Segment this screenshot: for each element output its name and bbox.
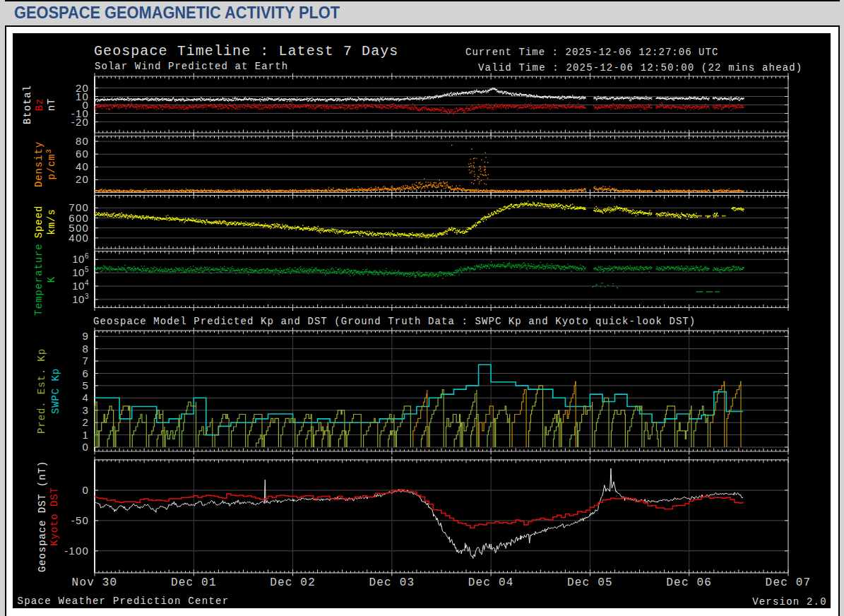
svg-text:Space Weather Prediction Cente: Space Weather Prediction Center: [18, 596, 230, 607]
svg-text:80: 80: [76, 135, 89, 147]
svg-text:1: 1: [82, 429, 89, 441]
svg-text:Geospace Timeline : Latest 7 D: Geospace Timeline : Latest 7 Days: [94, 43, 398, 59]
svg-text:Btotal: Btotal: [22, 85, 33, 124]
svg-text:Dec 02: Dec 02: [270, 576, 316, 589]
svg-text:Valid Time : 2025-12-06 12:50:: Valid Time : 2025-12-06 12:50:00 (22 min…: [478, 62, 802, 73]
svg-text:4: 4: [82, 391, 89, 403]
svg-text:6: 6: [82, 367, 89, 379]
svg-text:400: 400: [69, 232, 89, 244]
svg-text:20: 20: [76, 173, 89, 185]
svg-text:Dec 07: Dec 07: [766, 576, 812, 589]
svg-text:-20: -20: [71, 116, 89, 128]
svg-text:9: 9: [82, 330, 89, 342]
svg-text:Dec 01: Dec 01: [171, 576, 217, 589]
svg-text:nT: nT: [46, 98, 57, 112]
svg-text:3: 3: [82, 404, 89, 416]
svg-text:2: 2: [82, 416, 89, 428]
svg-text:Geospace DST (nT): Geospace DST (nT): [37, 461, 48, 572]
svg-text:Temperature: Temperature: [33, 243, 44, 315]
svg-text:-100: -100: [64, 545, 89, 557]
svg-text:0: 0: [82, 484, 89, 496]
svg-text:Dec 04: Dec 04: [468, 576, 514, 589]
svg-text:Dec 06: Dec 06: [666, 576, 712, 589]
svg-text:Geospace Model Predicted Kp an: Geospace Model Predicted Kp and DST (Gro…: [93, 316, 696, 327]
svg-text:7: 7: [82, 355, 89, 367]
svg-text:Dec 05: Dec 05: [567, 576, 613, 589]
svg-text:Kyoto DST: Kyoto DST: [49, 487, 60, 546]
svg-text:8: 8: [82, 343, 89, 355]
svg-text:40: 40: [76, 160, 89, 172]
svg-text:Dec 03: Dec 03: [369, 576, 415, 589]
svg-text:-50: -50: [71, 514, 89, 526]
svg-text:SWPC Kp: SWPC Kp: [50, 368, 61, 414]
svg-text:Speed: Speed: [33, 206, 44, 239]
svg-text:0: 0: [82, 441, 89, 453]
svg-text:Version 2.0: Version 2.0: [752, 596, 827, 608]
svg-text:Solar Wind Predicted at Earth: Solar Wind Predicted at Earth: [95, 61, 288, 72]
svg-text:Current Time : 2025-12-06 12:2: Current Time : 2025-12-06 12:27:06 UTC: [465, 47, 718, 58]
svg-text:5: 5: [82, 379, 89, 391]
svg-text:K: K: [46, 276, 57, 283]
svg-text:60: 60: [76, 148, 89, 160]
svg-text:Pred. Est. Kp: Pred. Est. Kp: [36, 348, 47, 434]
svg-text:Bz: Bz: [34, 98, 45, 112]
svg-text:Density: Density: [33, 141, 44, 187]
svg-text:Nov 30: Nov 30: [72, 576, 118, 589]
svg-text:km/s: km/s: [46, 208, 57, 235]
